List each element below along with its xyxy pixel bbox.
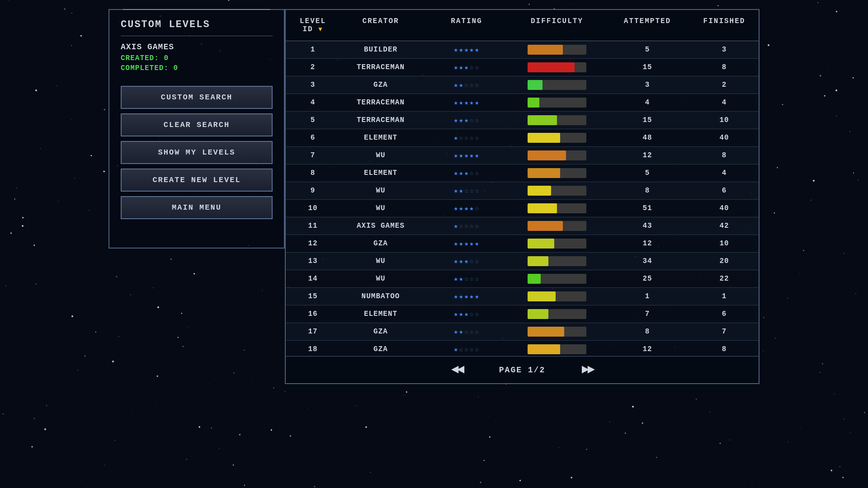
table-row[interactable]: 3 GZA ★★☆☆☆ 3 2 bbox=[286, 76, 759, 94]
difficulty-bar bbox=[528, 186, 551, 196]
difficulty-bar-container bbox=[528, 309, 586, 319]
table-row[interactable]: 10 WU ★★★★☆ 51 40 bbox=[286, 200, 759, 217]
prev-page-button[interactable]: ◄◄ bbox=[451, 363, 463, 377]
difficulty-bar bbox=[528, 203, 557, 213]
star-empty-icon: ☆ bbox=[475, 116, 480, 125]
table-row[interactable]: 16 Element ★★★☆☆ 7 6 bbox=[286, 305, 759, 323]
cell-rating: ★★★★★ bbox=[426, 42, 507, 58]
col-level-id[interactable]: Level ID ▼ bbox=[290, 10, 335, 41]
star-empty-icon: ☆ bbox=[469, 310, 474, 319]
star-filled-icon: ★ bbox=[453, 221, 458, 230]
table-row[interactable]: 9 WU ★★☆☆☆ 8 6 bbox=[286, 182, 759, 200]
star-filled-icon: ★ bbox=[453, 80, 458, 89]
show-my-levels-button[interactable]: Show My Levels bbox=[121, 141, 273, 164]
cell-level-id: 8 bbox=[290, 165, 335, 181]
star-filled-icon: ★ bbox=[459, 151, 464, 160]
col-creator: Creator bbox=[335, 10, 426, 41]
star-filled-icon: ★ bbox=[464, 63, 469, 72]
table-row[interactable]: 13 WU ★★★☆☆ 34 20 bbox=[286, 253, 759, 270]
table-row[interactable]: 7 WU ★★★★★ 12 8 bbox=[286, 147, 759, 164]
cell-attempted: 12 bbox=[607, 148, 688, 163]
create-new-level-button[interactable]: Create New Level bbox=[121, 169, 273, 192]
table-row[interactable]: 15 Numbatoo ★★★★★ 1 1 bbox=[286, 288, 759, 305]
cell-difficulty bbox=[507, 288, 607, 305]
star-filled-icon: ★ bbox=[475, 45, 480, 54]
star-empty-icon: ☆ bbox=[469, 133, 474, 142]
cell-creator: GZA bbox=[335, 236, 426, 251]
table-row[interactable]: 17 GZA ★★☆☆☆ 8 7 bbox=[286, 323, 759, 341]
cell-finished: 20 bbox=[688, 253, 759, 269]
cell-creator: Builder bbox=[335, 42, 426, 57]
star-empty-icon: ☆ bbox=[469, 169, 474, 178]
cell-level-id: 12 bbox=[290, 236, 335, 251]
table-row[interactable]: 12 GZA ★★★★★ 12 10 bbox=[286, 235, 759, 253]
cell-attempted: 1 bbox=[607, 289, 688, 304]
star-empty-icon: ☆ bbox=[475, 221, 480, 230]
table-row[interactable]: 1 Builder ★★★★★ 5 3 bbox=[286, 41, 759, 59]
user-created: Created: 0 bbox=[121, 54, 273, 62]
star-filled-icon: ★ bbox=[464, 116, 469, 125]
star-empty-icon: ☆ bbox=[464, 274, 469, 283]
difficulty-bar bbox=[528, 98, 539, 108]
star-empty-icon: ☆ bbox=[469, 257, 474, 266]
cell-rating: ★☆☆☆☆ bbox=[426, 341, 507, 356]
page-info: Page 1/2 bbox=[499, 366, 545, 375]
cell-finished: 3 bbox=[688, 42, 759, 57]
sort-icon: ▼ bbox=[318, 26, 323, 33]
star-filled-icon: ★ bbox=[453, 292, 458, 301]
col-difficulty: Difficulty bbox=[507, 10, 607, 41]
table-row[interactable]: 4 Terraceman ★★★★★ 4 4 bbox=[286, 94, 759, 112]
cell-creator: WU bbox=[335, 253, 426, 269]
star-filled-icon: ★ bbox=[453, 204, 458, 213]
star-empty-icon: ☆ bbox=[469, 274, 474, 283]
clear-search-button[interactable]: Clear Search bbox=[121, 113, 273, 136]
table-row[interactable]: 8 Element ★★★☆☆ 5 4 bbox=[286, 164, 759, 182]
cell-creator: Element bbox=[335, 130, 426, 145]
table-row[interactable]: 14 WU ★★☆☆☆ 25 22 bbox=[286, 270, 759, 288]
cell-finished: 40 bbox=[688, 201, 759, 216]
cell-rating: ★★★☆☆ bbox=[426, 253, 507, 269]
cell-finished: 8 bbox=[688, 148, 759, 163]
table-header: Level ID ▼ Creator Rating Difficulty Att… bbox=[286, 10, 759, 41]
difficulty-bar-container bbox=[528, 327, 586, 337]
cell-rating: ★★★★★ bbox=[426, 94, 507, 111]
cell-difficulty bbox=[507, 76, 607, 94]
main-menu-button[interactable]: Main Menu bbox=[121, 196, 273, 219]
difficulty-bar bbox=[528, 168, 560, 178]
difficulty-bar-container bbox=[528, 186, 586, 196]
panel-buttons: Custom Search Clear Search Show My Level… bbox=[121, 86, 273, 219]
difficulty-bar bbox=[528, 256, 548, 266]
star-filled-icon: ★ bbox=[464, 310, 469, 319]
star-empty-icon: ☆ bbox=[475, 310, 480, 319]
cell-level-id: 17 bbox=[290, 324, 335, 339]
star-filled-icon: ★ bbox=[453, 63, 458, 72]
difficulty-bar-container bbox=[528, 133, 586, 143]
star-half-icon: ★ bbox=[475, 292, 480, 301]
cell-attempted: 15 bbox=[607, 60, 688, 75]
cell-rating: ★★★★★ bbox=[426, 235, 507, 252]
star-empty-icon: ☆ bbox=[464, 80, 469, 89]
cell-level-id: 2 bbox=[290, 60, 335, 75]
table-row[interactable]: 2 Terraceman ★★★☆☆ 15 8 bbox=[286, 59, 759, 76]
star-filled-icon: ★ bbox=[453, 186, 458, 195]
table-row[interactable]: 6 Element ★☆☆☆☆ 48 40 bbox=[286, 129, 759, 147]
difficulty-bar-container bbox=[528, 274, 586, 284]
cell-finished: 10 bbox=[688, 236, 759, 251]
cell-level-id: 6 bbox=[290, 130, 335, 145]
custom-search-button[interactable]: Custom Search bbox=[121, 86, 273, 109]
cell-rating: ★★★☆☆ bbox=[426, 59, 507, 75]
table-row[interactable]: 5 Terraceman ★★★☆☆ 15 10 bbox=[286, 112, 759, 129]
difficulty-bar-container bbox=[528, 115, 586, 125]
table-row[interactable]: 11 Axis Games ★☆☆☆☆ 43 42 bbox=[286, 217, 759, 235]
table-row[interactable]: 18 GZA ★☆☆☆☆ 12 8 bbox=[286, 341, 759, 356]
cell-rating: ★☆☆☆☆ bbox=[426, 130, 507, 146]
star-empty-icon: ☆ bbox=[475, 133, 480, 142]
difficulty-bar-container bbox=[528, 150, 586, 160]
cell-attempted: 15 bbox=[607, 113, 688, 128]
difficulty-bar bbox=[528, 239, 554, 249]
difficulty-bar-container bbox=[528, 62, 586, 72]
cell-rating: ★★★☆☆ bbox=[426, 165, 507, 181]
cell-creator: GZA bbox=[335, 77, 426, 93]
star-filled-icon: ★ bbox=[459, 310, 464, 319]
next-page-button[interactable]: ►► bbox=[581, 363, 593, 377]
